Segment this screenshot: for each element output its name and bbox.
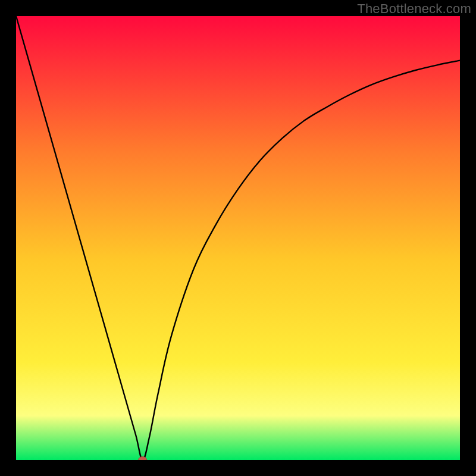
bottleneck-plot-svg: [16, 16, 460, 460]
gradient-background: [16, 16, 460, 460]
chart-frame: TheBottleneck.com: [0, 0, 476, 476]
plot-area: [16, 16, 460, 460]
watermark-text: TheBottleneck.com: [357, 1, 471, 17]
